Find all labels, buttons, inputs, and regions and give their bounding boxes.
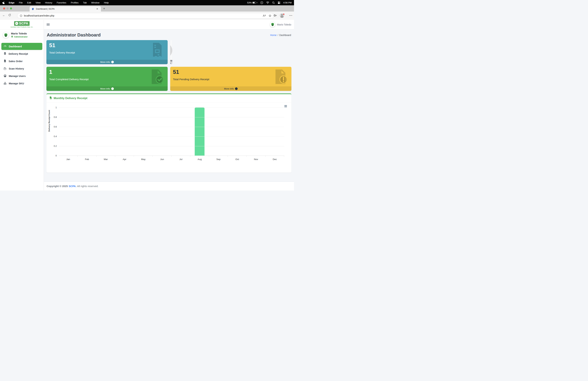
read-aloud-icon[interactable] (263, 14, 266, 17)
more-info-link[interactable]: More info → (170, 60, 172, 64)
sidebar-item-scan-history[interactable]: Scan History (1, 65, 42, 72)
y-tick-label: 0.4 (54, 135, 57, 138)
brand-logo-text: SCPA (19, 22, 28, 25)
gridline (59, 127, 284, 127)
menu-history[interactable]: History (45, 1, 52, 4)
x-tick-label: Sep (209, 158, 228, 160)
chart-slot-oct: Oct (228, 108, 247, 156)
stat-label: Total Delivery Receipt (49, 51, 165, 54)
menu-file[interactable]: File (19, 1, 23, 4)
favorite-star-icon[interactable] (269, 14, 272, 17)
window-close-button[interactable] (3, 7, 5, 9)
url-text[interactable]: localhost/sanicare/index.php (24, 14, 263, 17)
reload-button[interactable] (8, 14, 11, 17)
browser-tab-bar: Dashboard | SCPA ✕ + (0, 5, 294, 12)
menu-window[interactable]: Window (91, 1, 99, 4)
menu-edge[interactable]: Edge (9, 1, 14, 4)
sidebar-user-role: Administrator (14, 36, 28, 38)
brand-logo[interactable]: SCPA Sanitary Care Products Asia, Inc. (0, 20, 44, 29)
chart-menu-icon[interactable] (284, 105, 287, 108)
sidebar: SCPA Sanitary Care Products Asia, Inc. M… (0, 20, 44, 190)
menu-tab[interactable]: Tab (83, 1, 87, 4)
more-info-link[interactable]: More info → (170, 86, 292, 91)
chart-slot-sep: Sep (209, 108, 228, 156)
menu-profiles[interactable]: Profiles (71, 1, 79, 4)
y-tick-label: 0.6 (54, 126, 57, 128)
new-tab-button[interactable]: + (103, 7, 105, 10)
y-axis-title: Delivery Receipt Count (48, 110, 50, 132)
stat-card-total-users: 2 Total Users More info → (170, 40, 172, 64)
more-menu-icon[interactable] (289, 15, 292, 16)
x-tick-label: Jul (172, 158, 190, 160)
x-tick-label: Aug (190, 158, 209, 160)
gridline (59, 117, 284, 117)
chart-slot-may: May (134, 108, 153, 156)
play-circle-icon[interactable] (260, 1, 263, 4)
control-center-icon[interactable] (278, 1, 280, 4)
sidebar-item-dashboard[interactable]: Dashboard (1, 43, 42, 50)
chart-slot-mar: Mar (96, 108, 115, 156)
app-topbar: Mario Toledo (44, 20, 294, 29)
chart-slot-aug: Aug (190, 108, 209, 156)
arrow-circle-icon: → (111, 61, 114, 63)
chart-slot-dec: Dec (265, 108, 284, 156)
breadcrumb: Home/Dashboard (270, 34, 291, 37)
arrow-circle-icon: → (235, 88, 238, 90)
sidebar-item-sales-order[interactable]: Sales Order (1, 58, 42, 65)
monthly-delivery-receipt-card: Monthly Delivery Receipt Delivery Receip… (46, 93, 292, 173)
x-tick-label: Nov (247, 158, 265, 160)
address-bar[interactable]: localhost/sanicare/index.php (17, 13, 274, 18)
menu-favorites[interactable]: Favorites (57, 1, 66, 4)
back-button[interactable]: ← (2, 14, 5, 17)
topbar-user-menu[interactable]: Mario Toledo (270, 22, 291, 27)
y-tick-label: 0.8 (54, 116, 57, 118)
spotlight-search-icon[interactable] (272, 1, 275, 4)
boxes-icon (4, 82, 6, 85)
gridline (59, 146, 284, 146)
menu-view[interactable]: View (36, 1, 41, 4)
gridline (59, 136, 284, 137)
x-tick-label: Feb (78, 158, 96, 160)
y-tick-label: 0.2 (54, 145, 57, 147)
x-tick-mark (171, 156, 172, 157)
footer-brand-link[interactable]: SCPA. (69, 185, 77, 188)
more-info-link[interactable]: More info → (46, 60, 168, 64)
page-title: Administrator Dashboard (47, 32, 101, 38)
window-minimize-button[interactable] (6, 7, 9, 9)
sidebar-toggle-icon[interactable] (47, 23, 50, 26)
x-tick-mark (152, 156, 153, 157)
x-tick-mark (77, 156, 78, 157)
battery-status[interactable]: 53% (247, 1, 257, 4)
browser-toolbar: ← localhost/sanicare/index.php (0, 12, 294, 20)
tab-favicon (32, 8, 34, 10)
breadcrumb-home-link[interactable]: Home (270, 34, 276, 37)
menu-edit[interactable]: Edit (27, 1, 31, 4)
menu-help[interactable]: Help (104, 1, 109, 4)
sidebar-item-label: Manage Users (9, 75, 26, 77)
stat-value: 51 (49, 42, 165, 48)
window-zoom-button[interactable] (10, 7, 12, 9)
sidebar-item-manage-users[interactable]: Manage Users (1, 72, 42, 80)
site-info-icon[interactable] (20, 14, 22, 17)
user-shield-avatar (3, 32, 9, 38)
sidebar-item-label: Dashboard (9, 45, 22, 48)
tab-close-icon[interactable]: ✕ (96, 8, 99, 10)
stat-card-total-completed-delivery-receipt: 1 Total Completed Delivery Receipt More … (46, 67, 168, 91)
x-tick-label: Oct (228, 158, 247, 160)
chart-slot-jan: Jan (59, 108, 78, 156)
gridline (59, 108, 284, 108)
sidebar-item-manage-sku[interactable]: Manage SKU (1, 80, 42, 87)
apple-logo-icon[interactable] (2, 1, 5, 4)
stat-value: 51 (173, 69, 289, 75)
x-tick-mark (134, 156, 134, 157)
macos-menubar: Edge File Edit View History Favorites Pr… (0, 0, 294, 5)
clock-time[interactable]: 4:56 PM (283, 1, 292, 4)
bar-aug[interactable] (195, 107, 205, 156)
receipt-icon (4, 52, 6, 55)
more-info-link[interactable]: More info → (46, 86, 168, 91)
favorites-bar-icon[interactable] (273, 14, 277, 17)
wifi-icon[interactable] (266, 1, 269, 4)
browser-tab[interactable]: Dashboard | SCPA ✕ (30, 6, 101, 12)
chart-slot-nov: Nov (247, 108, 265, 156)
sidebar-item-delivery-receipt[interactable]: Delivery Receipt (1, 50, 42, 57)
